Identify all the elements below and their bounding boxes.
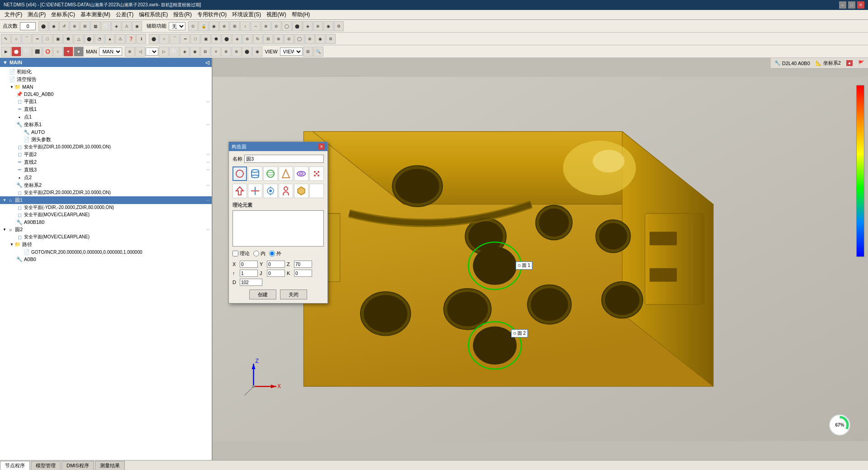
tree-path[interactable]: ▼ 📁 路径	[0, 241, 212, 248]
tb-r3-b1[interactable]: ▶	[1, 47, 11, 57]
menu-prog[interactable]: 编程系统(E)	[136, 10, 171, 19]
collapse-btn[interactable]: ◁	[205, 60, 209, 66]
tb-r2-b3[interactable]: ⌒	[22, 34, 32, 44]
tb-btn-4[interactable]: ⊕	[70, 21, 80, 31]
tb-r1-b3[interactable]: ◉	[209, 21, 219, 31]
tree-plane2[interactable]: ◻ 平面2 ···	[0, 151, 212, 158]
radio-inner[interactable]: 内	[253, 250, 266, 257]
icon-points[interactable]	[309, 166, 324, 181]
menu-view[interactable]: 视图(W)	[264, 10, 289, 19]
tree-plane1[interactable]: ◻ 平面1 ···	[0, 98, 212, 105]
tree-point1[interactable]: • 点1	[0, 113, 212, 121]
name-input[interactable]	[244, 155, 324, 163]
tree-a90b180[interactable]: 🔧 A90B180	[0, 218, 212, 226]
tb-r1-b7[interactable]: ↔	[251, 21, 261, 31]
tb-r1-b12[interactable]: ◈	[303, 21, 313, 31]
tb-btn-9[interactable]: ⚠	[122, 21, 132, 31]
tb-r2-r12[interactable]: ⊞	[263, 34, 273, 44]
menu-file[interactable]: 文件(F)	[2, 10, 25, 19]
tb-r3-v13[interactable]: ⊞	[303, 47, 313, 57]
tb-r2-r6[interactable]: ▣	[201, 34, 211, 44]
tb-r1-b14[interactable]: ◉	[323, 21, 333, 31]
tb-r1-b1[interactable]: ⊙	[188, 21, 198, 31]
tb-r2-b5[interactable]: □	[43, 34, 52, 44]
tb-r3-v12[interactable]: ◉	[252, 47, 262, 57]
j-input[interactable]	[267, 270, 285, 277]
tb-r2-r2[interactable]: ○	[159, 34, 169, 44]
view-select[interactable]: VIEW	[280, 47, 303, 56]
theory-elements-area[interactable]	[232, 210, 324, 247]
tree-safeplane3[interactable]: ◻ 安全平面(-YDIR,-20.0000,ZDIR,80.0000,ON)	[0, 204, 212, 211]
tb-r2-b14[interactable]: ℹ	[136, 34, 146, 44]
tb-r1-b8[interactable]: ⊗	[261, 21, 271, 31]
tb-r2-b12[interactable]: ⚠	[115, 34, 125, 44]
close-btn[interactable]: ✕	[857, 1, 864, 9]
dialog-close-btn[interactable]: ✕	[318, 143, 325, 150]
tb-r3-v14[interactable]: 🔍	[313, 47, 323, 57]
tb-r2-b7[interactable]: ⬟	[63, 34, 73, 44]
i-input[interactable]	[240, 270, 258, 277]
icon-cylinder[interactable]	[248, 166, 262, 181]
icon-arrow[interactable]	[232, 184, 247, 198]
y-input[interactable]	[267, 261, 285, 268]
tb-r1-b5[interactable]: ⊞	[230, 21, 240, 31]
tb-r2-r4[interactable]: ━	[180, 34, 190, 44]
tree-line3[interactable]: ━ 直线3 ···	[0, 166, 212, 174]
tb-r3-v9[interactable]: ⊗	[221, 47, 231, 57]
tb-btn-8[interactable]: ◈	[111, 21, 121, 31]
assist-select[interactable]: 无	[169, 22, 185, 30]
tb-r2-r13[interactable]: ⊗	[274, 34, 284, 44]
view-num-select[interactable]: 1	[146, 47, 158, 56]
tree-line1[interactable]: ━ 直线1	[0, 105, 212, 113]
tb-btn-7[interactable]: ⬜	[101, 21, 111, 31]
tab-node-program[interactable]: 节点程序	[0, 461, 30, 470]
create-button[interactable]: 创建	[249, 290, 276, 299]
minimize-btn[interactable]: ─	[839, 1, 846, 9]
z-input[interactable]	[294, 261, 312, 268]
tree-line2[interactable]: ━ 直线2 ···	[0, 158, 212, 166]
menu-tol[interactable]: 公差(T)	[113, 10, 136, 19]
tree-man[interactable]: ▼ 📁 MAN	[0, 83, 212, 90]
icon-torus[interactable]	[294, 166, 308, 181]
tb-r1-b9[interactable]: ⊘	[271, 21, 281, 31]
tb-r1-b13[interactable]: ⊕	[313, 21, 323, 31]
tb-r3-b7[interactable]: ✦	[63, 47, 73, 57]
tb-r3-v6[interactable]: ◉	[190, 47, 200, 57]
tree-point2[interactable]: • 点2	[0, 174, 212, 181]
tb-r3-v3[interactable]: ▷	[159, 47, 169, 57]
tree-a0b0[interactable]: 🔧 A0B0	[0, 256, 212, 263]
menu-coord[interactable]: 坐标系(C)	[48, 10, 78, 19]
tb-r2-r7[interactable]: ⬟	[211, 34, 221, 44]
menu-special[interactable]: 专用软件(O)	[194, 10, 229, 19]
tb-r2-r11[interactable]: ↻	[253, 34, 263, 44]
point-count-input[interactable]	[20, 22, 36, 30]
tree-safeplane2[interactable]: ◻ 安全平面(ZDIR,20.0000,ZDIR,10.0000,ON)	[0, 189, 212, 196]
tb-r2-b9[interactable]: ⬤	[84, 34, 94, 44]
tree-circle1[interactable]: ▼ ○ 圆1 ···	[0, 196, 212, 204]
tb-r3-b8[interactable]: ●	[74, 47, 84, 57]
tb-r2-r18[interactable]: ⚙	[326, 34, 336, 44]
tb-r2-b1[interactable]: ✎	[1, 34, 11, 44]
close-button[interactable]: 关闭	[280, 290, 307, 299]
tb-r3-b5[interactable]: ⭕	[43, 47, 52, 57]
tree-coordsys2[interactable]: 🔧 坐标系2 ···	[0, 181, 212, 189]
icon-empty[interactable]	[309, 184, 324, 198]
tb-r2-r5[interactable]: □	[190, 34, 200, 44]
tb-r2-b11[interactable]: ▲	[105, 34, 115, 44]
tree-safeplane5[interactable]: ◻ 安全平面(MOVE/CLEARPLANE)	[0, 233, 212, 241]
menu-measure[interactable]: 基本测量(M)	[78, 10, 113, 19]
tb-r2-r15[interactable]: ◯	[294, 34, 304, 44]
tab-measure-result[interactable]: 测量结果	[95, 461, 125, 470]
maximize-btn[interactable]: □	[848, 1, 855, 9]
tree-safeplane4[interactable]: ◻ 安全平面(MOVE/CLEARPLANE)	[0, 211, 212, 218]
tb-r2-b4[interactable]: ━	[32, 34, 42, 44]
tab-dmis-program[interactable]: DMIS程序	[62, 461, 94, 470]
menu-env[interactable]: 环境设置(S)	[229, 10, 264, 19]
tb-r1-b11[interactable]: ⬤	[292, 21, 302, 31]
tb-r3-v11[interactable]: ⬤	[242, 47, 252, 57]
tree-d2l40[interactable]: 📌 D2L40_A0B0	[0, 90, 212, 98]
icon-sphere[interactable]	[263, 166, 278, 181]
d-input[interactable]	[240, 279, 262, 286]
tb-r2-b2[interactable]: ○	[11, 34, 21, 44]
icon-cone[interactable]	[279, 166, 293, 181]
